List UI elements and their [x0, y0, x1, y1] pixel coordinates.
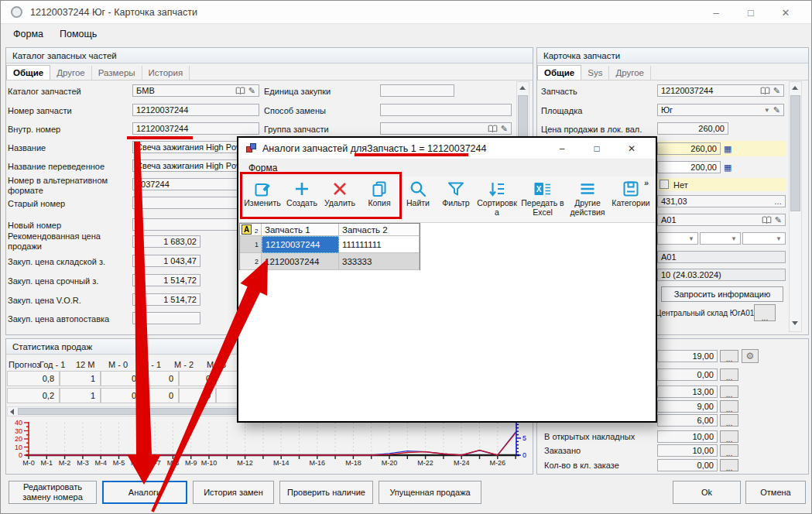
grid-cell[interactable]: 12120037244: [262, 253, 339, 270]
ok-button[interactable]: Ok: [673, 481, 741, 504]
scroll-up-icon[interactable]: [792, 86, 798, 90]
tab-obshchie[interactable]: Общие: [6, 65, 50, 80]
ellipsis-button[interactable]: ...: [720, 444, 738, 457]
card-field-site[interactable]: Юг ▼✎: [657, 104, 784, 116]
ellipsis-button[interactable]: ...: [720, 459, 738, 471]
internal-number-field[interactable]: 12120037244: [132, 122, 259, 135]
grid-cell[interactable]: 333333: [339, 253, 420, 270]
auto-filter-icon[interactable]: А: [242, 224, 252, 235]
calculator-icon[interactable]: ▦: [724, 163, 731, 172]
replacement-history-button[interactable]: История замен: [193, 481, 274, 504]
stats-cell[interactable]: 0: [142, 388, 179, 403]
card-field[interactable]: 200,00: [657, 161, 721, 173]
edit-replacement-button[interactable]: Редактировать замену номера: [9, 481, 97, 504]
gear-icon[interactable]: ⚙: [742, 349, 759, 363]
ellipsis-button[interactable]: ...: [720, 400, 738, 413]
book-icon[interactable]: [760, 87, 770, 95]
catalog-field[interactable]: БМВ ✎: [132, 84, 259, 97]
minimize-button[interactable]: –: [703, 5, 729, 20]
pencil-icon[interactable]: ✎: [248, 86, 255, 96]
price-field[interactable]: 1 683,02: [132, 235, 200, 248]
price-field[interactable]: [132, 312, 200, 324]
combo-box[interactable]: ▼: [700, 232, 741, 245]
qty-field[interactable]: 10,00: [657, 430, 718, 443]
card-field-part[interactable]: 12120037244 ✎: [657, 84, 784, 97]
ellipsis-button[interactable]: ...: [720, 386, 738, 398]
book-icon[interactable]: [762, 216, 772, 224]
tab-istoriya[interactable]: История: [142, 66, 190, 80]
catalog-field[interactable]: 12120037244: [132, 104, 259, 116]
toolbar-overflow-icon[interactable]: »: [644, 178, 649, 187]
menu-help[interactable]: Помощь: [60, 29, 97, 39]
dialog-menu-forma[interactable]: Форма: [248, 163, 277, 173]
export-excel-toolbar-button[interactable]: X Передать в Excel: [519, 180, 566, 222]
stats-cell[interactable]: 0: [179, 371, 216, 386]
find-toolbar-button[interactable]: Найти: [400, 180, 436, 222]
filter-toolbar-button[interactable]: Фильтр: [437, 180, 475, 222]
sort-toolbar-button[interactable]: Сортировка: [476, 180, 518, 222]
stats-cell[interactable]: 1: [60, 371, 101, 386]
grid-cell[interactable]: 111111111: [339, 236, 420, 253]
tab-card-sys[interactable]: Sys: [581, 66, 609, 80]
catalog-field[interactable]: [380, 84, 454, 97]
request-info-button[interactable]: Запросить информацию: [661, 286, 783, 302]
catalog-field[interactable]: ✎: [380, 122, 512, 135]
qty-field[interactable]: 6,00: [657, 414, 718, 427]
pencil-icon[interactable]: ✎: [773, 86, 780, 96]
stats-cell[interactable]: 1: [60, 388, 101, 403]
tab-card-obshchie[interactable]: Общие: [537, 65, 581, 80]
ellipsis-button[interactable]: ...: [720, 350, 738, 362]
price-field[interactable]: 1 514,72: [132, 293, 200, 306]
book-icon[interactable]: [235, 87, 245, 95]
create-toolbar-button[interactable]: Создать: [284, 180, 320, 222]
grid-column-header[interactable]: Запчасть 2: [339, 224, 420, 236]
qty-field[interactable]: 19,00: [657, 350, 718, 362]
ellipsis-icon[interactable]: …: [774, 197, 782, 206]
maximize-button[interactable]: □: [738, 5, 764, 20]
delete-toolbar-button[interactable]: Удалить: [321, 180, 358, 222]
card-field-price[interactable]: 260,00: [657, 122, 728, 135]
qty-field[interactable]: 0,00: [657, 368, 718, 381]
qty-field[interactable]: 10,00: [657, 444, 718, 457]
pencil-icon[interactable]: ✎: [501, 124, 508, 134]
tab-drugoe[interactable]: Другое: [50, 66, 92, 80]
price-field[interactable]: 1 043,47: [132, 255, 200, 267]
analogs-button[interactable]: Аналоги: [102, 481, 187, 504]
tab-card-drugoe[interactable]: Другое: [609, 66, 651, 80]
catalog-field[interactable]: [380, 104, 512, 116]
ellipsis-button[interactable]: ...: [754, 304, 776, 321]
stats-cell[interactable]: 0: [101, 371, 142, 386]
tab-razmery[interactable]: Размеры: [92, 66, 142, 80]
menu-forma[interactable]: Форма: [13, 29, 43, 39]
card-field[interactable]: A01 ✎: [657, 214, 786, 226]
qty-field[interactable]: 0,00: [657, 459, 718, 471]
stats-cell[interactable]: 0: [101, 388, 142, 403]
copy-toolbar-button[interactable]: Копия: [360, 180, 399, 222]
scroll-up-icon[interactable]: [519, 86, 526, 90]
grid-column-header[interactable]: Запчасть 1: [262, 224, 339, 236]
combo-box[interactable]: ▼: [657, 232, 698, 245]
dialog-close-button[interactable]: ✕: [619, 141, 644, 156]
pencil-icon[interactable]: ✎: [773, 105, 780, 115]
grid-corner-cell[interactable]: А 2: [240, 224, 262, 236]
grid-cell-selected[interactable]: 12120037244: [262, 236, 339, 253]
checkbox[interactable]: [660, 180, 669, 189]
price-field[interactable]: 1 514,72: [132, 274, 200, 286]
card-field[interactable]: 260,00: [657, 142, 721, 155]
lost-sale-button[interactable]: Упущенная продажа: [379, 481, 481, 504]
cancel-button[interactable]: Отмена: [745, 481, 806, 504]
dialog-maximize-button[interactable]: □: [584, 141, 609, 156]
dialog-minimize-button[interactable]: –: [550, 141, 574, 156]
stats-cell[interactable]: 0: [142, 371, 179, 386]
close-button[interactable]: ✕: [773, 5, 799, 20]
calculator-icon[interactable]: ▦: [724, 145, 731, 153]
edit-toolbar-button[interactable]: Изменить: [242, 180, 283, 222]
check-availability-button[interactable]: Проверить наличие: [279, 481, 373, 504]
ellipsis-button[interactable]: ...: [720, 414, 738, 427]
pencil-icon[interactable]: ✎: [775, 215, 782, 225]
ellipsis-button[interactable]: ...: [720, 368, 738, 381]
scroll-left-icon[interactable]: [10, 409, 14, 415]
qty-field[interactable]: 13,00: [657, 386, 718, 398]
combo-box[interactable]: ▼: [742, 232, 786, 245]
stats-cell[interactable]: 0: [179, 388, 216, 403]
